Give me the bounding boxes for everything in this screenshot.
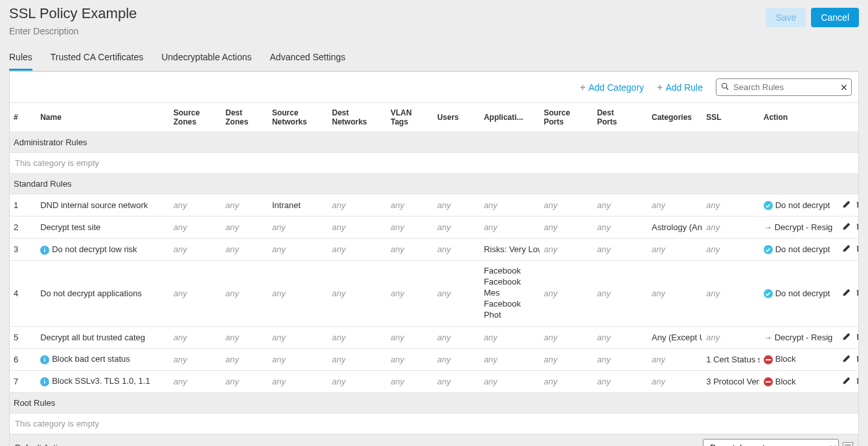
rule-num: 5 xyxy=(10,326,36,348)
add-rule-button[interactable]: + Add Rule xyxy=(657,82,703,93)
any-value: any xyxy=(272,355,286,364)
edit-icon[interactable] xyxy=(842,288,851,299)
column-header: DestZones xyxy=(222,103,268,132)
category-row[interactable]: Root Rules xyxy=(10,392,858,413)
info-icon[interactable]: i xyxy=(40,377,49,386)
check-icon xyxy=(764,289,773,298)
column-header: Name xyxy=(36,103,170,132)
any-value: any xyxy=(437,333,451,342)
any-value: any xyxy=(437,244,451,254)
edit-icon[interactable] xyxy=(842,222,851,233)
rule-name: Decrypt all but trusted categ xyxy=(40,333,145,342)
arrow-icon: → xyxy=(764,222,772,232)
any-value: any xyxy=(597,333,611,342)
any-value: any xyxy=(174,288,187,298)
any-value: any xyxy=(706,288,720,298)
any-value: any xyxy=(543,200,557,210)
table-row[interactable]: 3iDo not decrypt low riskanyanyanyanyany… xyxy=(10,239,858,261)
cancel-button[interactable]: Cancel xyxy=(811,8,859,27)
rule-name: Block bad cert status xyxy=(52,354,130,364)
search-input[interactable] xyxy=(716,78,852,96)
info-icon[interactable]: i xyxy=(40,246,49,255)
edit-icon[interactable] xyxy=(842,200,851,211)
action-label: Do not decrypt xyxy=(775,200,830,210)
page-subtitle[interactable]: Enter Description xyxy=(9,26,137,36)
any-value: any xyxy=(543,377,557,386)
action-label: Do not decrypt xyxy=(775,288,830,298)
any-value: any xyxy=(437,288,451,298)
column-header: DestNetworks xyxy=(328,103,386,132)
any-value: any xyxy=(174,333,187,342)
delete-icon[interactable] xyxy=(855,244,858,255)
any-value: any xyxy=(225,200,239,210)
save-button[interactable]: Save xyxy=(766,8,806,27)
edit-icon[interactable] xyxy=(842,332,851,343)
any-value: any xyxy=(484,333,497,342)
any-value: any xyxy=(543,222,557,232)
edit-icon[interactable] xyxy=(842,376,851,387)
any-value: any xyxy=(484,355,497,364)
category-row[interactable]: Standard Rules xyxy=(10,174,858,194)
action-cell: →Decrypt - Resign xyxy=(760,326,833,348)
any-value: any xyxy=(225,288,239,298)
tab-trusted-ca-certificates[interactable]: Trusted CA Certificates xyxy=(51,48,143,71)
column-header: Action xyxy=(760,103,833,132)
search-clear-icon[interactable]: ✕ xyxy=(840,82,848,93)
rules-table: #NameSourceZonesDestZonesSourceNetworksD… xyxy=(10,102,858,434)
plus-icon: + xyxy=(657,82,663,93)
column-header xyxy=(833,103,858,132)
source-network: Intranet xyxy=(272,200,301,210)
column-header: SourceZones xyxy=(170,103,222,132)
table-row[interactable]: 1DND internal source networkanyanyIntran… xyxy=(10,194,858,217)
tab-rules[interactable]: Rules xyxy=(9,48,32,71)
column-header: SSL xyxy=(702,103,759,132)
add-category-button[interactable]: + Add Category xyxy=(580,82,644,93)
table-row[interactable]: 7iBlock SSLv3. TLS 1.0, 1.1anyanyanyanya… xyxy=(10,370,858,392)
ssl: 3 Protocol Versi xyxy=(706,377,759,386)
any-value: any xyxy=(225,355,239,364)
column-header: Users xyxy=(433,103,480,132)
any-value: any xyxy=(597,355,611,364)
table-row[interactable]: 5Decrypt all but trusted categanyanyanya… xyxy=(10,326,858,348)
rule-name: Do not decrypt applications xyxy=(40,288,142,298)
svg-point-0 xyxy=(722,84,727,89)
category-row[interactable]: Administrator Rules xyxy=(10,132,858,153)
delete-icon[interactable] xyxy=(855,354,858,365)
any-value: any xyxy=(437,200,451,210)
info-icon[interactable]: i xyxy=(40,355,49,364)
any-value: any xyxy=(543,333,557,342)
any-value: any xyxy=(174,244,187,254)
edit-icon[interactable] xyxy=(842,244,851,255)
table-row[interactable]: 6iBlock bad cert statusanyanyanyanyanyan… xyxy=(10,348,858,370)
rule-num: 2 xyxy=(10,217,36,239)
log-icon[interactable] xyxy=(843,442,853,446)
rule-name: Block SSLv3. TLS 1.0, 1.1 xyxy=(52,376,150,386)
action-cell: Block xyxy=(760,348,833,370)
any-value: any xyxy=(652,200,665,210)
tab-undecryptable-actions[interactable]: Undecryptable Actions xyxy=(161,48,251,71)
any-value: any xyxy=(391,222,404,232)
any-value: any xyxy=(706,222,720,232)
any-value: any xyxy=(174,222,187,232)
tab-advanced-settings[interactable]: Advanced Settings xyxy=(270,48,346,71)
delete-icon[interactable] xyxy=(855,288,858,299)
column-header: VLANTags xyxy=(387,103,433,132)
any-value: any xyxy=(225,244,239,254)
delete-icon[interactable] xyxy=(855,200,858,211)
any-value: any xyxy=(332,288,345,298)
any-value: any xyxy=(543,244,557,254)
applications: FacebookFacebook MesFacebook Phot xyxy=(484,266,536,320)
any-value: any xyxy=(484,200,497,210)
any-value: any xyxy=(437,355,451,364)
default-action-select[interactable]: Do not decryptBlockBlock with resetDecry… xyxy=(703,439,839,446)
table-row[interactable]: 2Decrypt test siteanyanyanyanyanyanyanya… xyxy=(10,217,858,239)
edit-icon[interactable] xyxy=(842,354,851,365)
rule-num: 1 xyxy=(10,194,36,217)
table-row[interactable]: 4Do not decrypt applicationsanyanyanyany… xyxy=(10,261,858,326)
delete-icon[interactable] xyxy=(855,332,858,343)
any-value: any xyxy=(174,200,187,210)
delete-icon[interactable] xyxy=(855,222,858,233)
delete-icon[interactable] xyxy=(855,376,858,387)
action-cell: Block xyxy=(760,370,833,392)
any-value: any xyxy=(597,222,611,232)
